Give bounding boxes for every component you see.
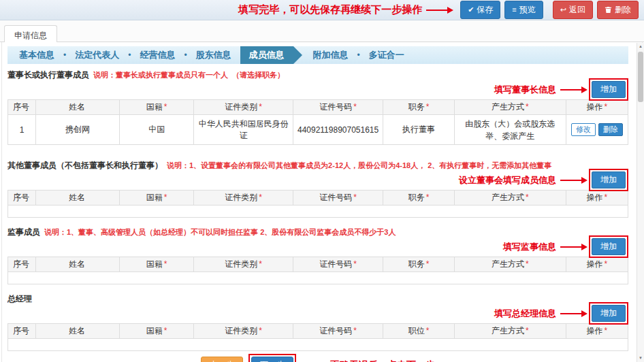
other-directors-table: 序号 姓名 国籍* 证件类别* 证件号码* 职务* 产生方式* 操作* — [7, 190, 628, 218]
table-header-row: 序号 姓名 国籍* 证件类别* 证件号码* 职务* 产生方式* 操作* — [8, 191, 628, 205]
required-asterisk: * — [526, 193, 529, 202]
header-label: 序号 — [13, 259, 29, 269]
header-label: 姓名 — [69, 259, 85, 269]
save-hint-annotation: 填写完毕，可以先保存再继续下一步操作 — [238, 3, 455, 16]
scroll-down-icon[interactable]: ▼ — [637, 355, 644, 362]
required-asterisk: * — [526, 326, 529, 335]
scroll-up-icon[interactable]: ▲ — [637, 43, 644, 50]
header-label: 产生方式 — [492, 193, 524, 202]
required-asterisk: * — [426, 259, 430, 269]
arrow-right-icon — [560, 246, 582, 248]
required-asterisk: * — [164, 193, 167, 202]
section-general-manager: 总经理 填写总经理信息 增加 序号 姓名 国籍* 证件类别* 证件号码* — [7, 293, 628, 351]
table-header-row: 序号 姓名 国籍* 证件类别* 证件号码* 职务* 产生方式* 操作* — [8, 100, 628, 115]
col-cert-no: 证件号码* — [293, 100, 383, 115]
delete-button[interactable]: 删除 — [597, 1, 639, 19]
empty-row — [8, 272, 628, 284]
step-multi-cert[interactable]: 多证合一 — [360, 46, 413, 64]
step-member-info[interactable]: 成员信息 — [240, 46, 293, 64]
col-cert-no: 证件号码* — [293, 324, 383, 339]
section-note: 说明：董事长或执行董事成员只有一个人 — [93, 70, 228, 80]
save-button-label: 保存 — [477, 4, 493, 16]
col-method: 产生方式* — [454, 324, 566, 339]
col-actions: 操作* — [566, 191, 628, 205]
edit-button[interactable]: 修改 — [571, 123, 596, 136]
header-label: 职务 — [408, 193, 425, 202]
header-label: 操作 — [587, 102, 603, 112]
col-seq: 序号 — [8, 191, 36, 205]
annotation-highlight-box: 增加 — [589, 235, 628, 258]
section-title: 监事成员 — [7, 227, 40, 237]
step-nav: 基本信息 • 法定代表人 • 经营信息 • 股东信息 成员信息 附加信息 • 多… — [7, 46, 628, 64]
required-asterisk: * — [605, 102, 608, 112]
delete-button-label: 删除 — [615, 4, 631, 16]
header-label: 产生方式 — [492, 259, 524, 269]
col-actions: 操作* — [566, 100, 628, 115]
header-label: 序号 — [13, 193, 29, 202]
col-name: 姓名 — [35, 191, 119, 205]
preview-button[interactable]: ≡ 预览 — [504, 1, 543, 19]
header-label: 姓名 — [69, 102, 85, 112]
col-seq: 序号 — [8, 100, 36, 115]
step-business-info[interactable]: 经营信息 — [131, 46, 184, 64]
header-label: 国籍 — [146, 193, 163, 202]
chairman-table: 序号 姓名 国籍* 证件类别* 证件号码* 职务* 产生方式* 操作* 1 携创… — [7, 99, 628, 145]
arrow-right-icon — [560, 313, 582, 314]
col-actions: 操作* — [566, 257, 628, 272]
header-label: 证件类别 — [225, 259, 257, 269]
delete-row-button[interactable]: 删除 — [598, 123, 623, 136]
back-button-label: 返回 — [569, 4, 585, 16]
header-label: 证件号码 — [319, 102, 352, 112]
required-asterisk: * — [605, 193, 608, 202]
header-label: 姓名 — [69, 326, 85, 335]
required-asterisk: * — [426, 102, 430, 112]
add-director-button[interactable]: 增加 — [592, 171, 626, 188]
section-action-row: 设立董事会填写成员信息 增加 — [7, 170, 628, 190]
back-button[interactable]: ↩ 返回 — [553, 1, 593, 19]
step-shareholder-info[interactable]: 股东信息 — [187, 46, 240, 64]
step-additional-info[interactable]: 附加信息 — [304, 46, 357, 64]
section-title: 总经理 — [7, 293, 32, 303]
header-label: 职位 — [408, 326, 425, 335]
add-supervisor-button[interactable]: 增加 — [592, 238, 626, 255]
step-basic-info[interactable]: 基本信息 — [10, 46, 63, 64]
required-asterisk: * — [353, 102, 357, 112]
section-note-extra: （请选择职务） — [232, 70, 285, 80]
header-label: 证件号码 — [319, 326, 352, 335]
section-title: 董事长或执行董事成员 — [7, 69, 89, 80]
general-manager-table: 序号 姓名 国籍* 证件类别* 证件号码* 职位* 产生方式* 操作* — [7, 323, 628, 351]
cell-name: 携创网 — [35, 115, 119, 145]
col-cert-type: 证件类别* — [194, 100, 293, 115]
empty-cell — [8, 272, 628, 284]
save-button[interactable]: ✔ 保存 — [460, 1, 500, 19]
app-window: 填写完毕，可以先保存再继续下一步操作 ✔ 保存 ≡ 预览 ↩ 返回 删除 申请信… — [0, 0, 644, 362]
prev-step-button[interactable]: 上一步 — [201, 357, 243, 362]
cell-duty: 执行董事 — [383, 115, 455, 145]
empty-cell — [8, 339, 628, 351]
required-asterisk: * — [605, 326, 608, 335]
col-cert-type: 证件类别* — [194, 191, 293, 205]
header-label: 操作 — [587, 259, 603, 269]
scrollbar-thumb[interactable] — [638, 52, 643, 102]
table-header-row: 序号 姓名 国籍* 证件类别* 证件号码* 职务* 产生方式* 操作* — [8, 257, 628, 272]
col-nationality: 国籍* — [119, 100, 193, 115]
col-cert-type: 证件类别* — [194, 324, 293, 339]
toolbar: 填写完毕，可以先保存再继续下一步操作 ✔ 保存 ≡ 预览 ↩ 返回 删除 — [0, 0, 644, 20]
col-method: 产生方式* — [454, 100, 566, 115]
header-label: 姓名 — [69, 193, 85, 202]
col-cert-type: 证件类别* — [194, 257, 293, 272]
preview-button-label: 预览 — [519, 4, 536, 16]
add-chairman-button[interactable]: 增加 — [592, 81, 626, 98]
step-legal-representative[interactable]: 法定代表人 — [66, 46, 128, 64]
header-label: 操作 — [587, 193, 603, 202]
col-nationality: 国籍* — [119, 191, 193, 205]
vertical-scrollbar[interactable]: ▲ ▼ — [637, 43, 644, 362]
annotation-highlight-box: 增加 — [589, 169, 628, 191]
arrow-right-icon — [560, 180, 582, 181]
required-asterisk: * — [353, 193, 357, 202]
cell-nationality: 中国 — [119, 115, 193, 145]
arrow-right-icon — [560, 89, 582, 90]
add-manager-button[interactable]: 增加 — [592, 305, 626, 322]
cell-cert-no: 440921198907051615 — [293, 115, 383, 145]
next-step-button[interactable]: 下一步 — [251, 357, 293, 362]
